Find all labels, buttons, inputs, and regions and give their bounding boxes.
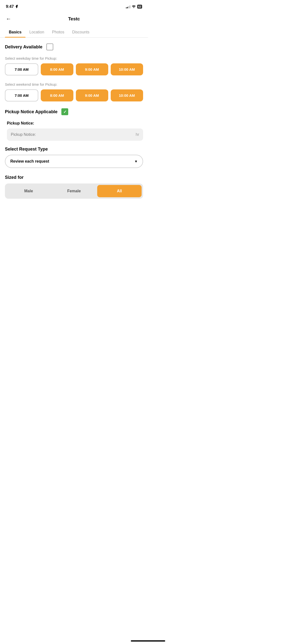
request-type-selected: Review each request — [10, 159, 49, 164]
pickup-notice-applicable-row: Pickup Notice Applicable — [5, 108, 143, 115]
delivery-available-row: Delivery Available — [5, 44, 143, 50]
header: ← Testc — [0, 12, 148, 27]
tabs: Basics Location Photos Discounts — [0, 27, 148, 38]
weekend-time-900am[interactable]: 9:00 AM — [76, 90, 108, 102]
header-title: Testc — [68, 16, 80, 22]
content: Delivery Available Select weekday time f… — [0, 38, 148, 210]
weekend-time-1000am[interactable]: 10:00 AM — [111, 90, 143, 102]
weekday-time-buttons: 7:00 AM 8:00 AM 9:00 AM 10:00 AM — [5, 63, 143, 76]
back-button[interactable]: ← — [5, 15, 12, 23]
status-time: 9:47 — [6, 4, 18, 9]
sized-for-buttons: Male Female All — [5, 184, 143, 199]
weekend-pickup-label: Select weekend time for Pickup: — [5, 82, 143, 86]
dropdown-arrow-icon: ▼ — [134, 160, 138, 163]
pickup-notice-detail: Pickup Notice: hr — [5, 121, 143, 141]
pickup-notice-section: Pickup Notice Applicable Pickup Notice: … — [5, 108, 143, 141]
weekday-pickup-section: Select weekday time for Pickup: 7:00 AM … — [5, 56, 143, 76]
request-type-label: Select Request Type — [5, 147, 143, 152]
tab-location[interactable]: Location — [25, 27, 48, 37]
request-type-section: Select Request Type Review each request … — [5, 147, 143, 168]
tab-discounts[interactable]: Discounts — [68, 27, 93, 37]
pickup-notice-input-wrapper: hr — [7, 128, 143, 141]
tab-basics[interactable]: Basics — [5, 27, 25, 37]
weekday-time-700am[interactable]: 7:00 AM — [5, 63, 38, 76]
weekend-time-700am[interactable]: 7:00 AM — [5, 90, 38, 102]
notice-unit: hr — [136, 132, 139, 137]
weekend-pickup-section: Select weekend time for Pickup: 7:00 AM … — [5, 82, 143, 102]
sized-for-female[interactable]: Female — [52, 185, 96, 197]
delivery-available-label: Delivery Available — [5, 44, 42, 50]
sized-for-label: Sized for — [5, 175, 143, 180]
wifi-icon — [132, 5, 136, 8]
sized-for-male[interactable]: Male — [6, 185, 51, 197]
pickup-notice-sub-label: Pickup Notice: — [7, 121, 143, 126]
tab-photos[interactable]: Photos — [48, 27, 68, 37]
request-type-dropdown[interactable]: Review each request ▼ — [5, 155, 143, 168]
sized-for-section: Sized for Male Female All — [5, 175, 143, 199]
status-icons: 62 — [126, 5, 142, 8]
weekday-time-900am[interactable]: 9:00 AM — [76, 63, 108, 76]
weekday-time-1000am[interactable]: 10:00 AM — [111, 63, 143, 76]
sized-for-all[interactable]: All — [97, 185, 142, 197]
pickup-notice-applicable-label: Pickup Notice Applicable — [5, 109, 57, 114]
weekend-time-800am[interactable]: 8:00 AM — [41, 90, 73, 102]
delivery-available-checkbox[interactable] — [46, 44, 53, 50]
status-bar: 9:47 62 — [0, 0, 148, 12]
weekday-pickup-label: Select weekday time for Pickup: — [5, 56, 143, 60]
signal-icon — [126, 5, 130, 8]
weekday-time-800am[interactable]: 8:00 AM — [41, 63, 73, 76]
weekend-time-buttons: 7:00 AM 8:00 AM 9:00 AM 10:00 AM — [5, 90, 143, 102]
battery-icon: 62 — [137, 5, 142, 8]
pickup-notice-input[interactable] — [11, 132, 136, 137]
pickup-notice-checkbox[interactable] — [61, 108, 68, 115]
